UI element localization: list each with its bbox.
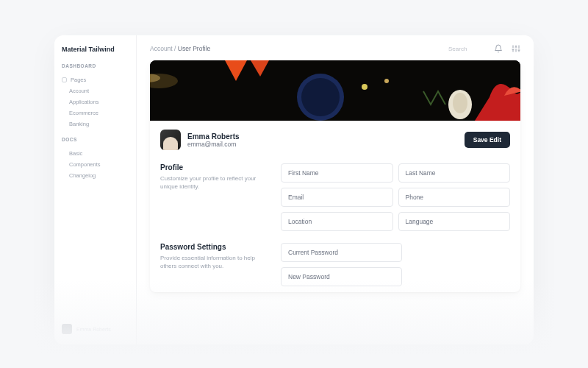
save-button[interactable]: Save Edit xyxy=(465,132,510,148)
avatar xyxy=(160,130,181,150)
sidebar-item-pages[interactable]: Pages xyxy=(62,74,129,85)
avatar xyxy=(62,324,72,334)
sidebar-item-banking[interactable]: Banking xyxy=(62,118,129,130)
sidebar: Material Tailwind DASHBOARD Pages Accoun… xyxy=(54,35,137,344)
svg-point-5 xyxy=(362,84,368,90)
language-field[interactable] xyxy=(398,212,511,231)
section-password: Password Settings Provide essential info… xyxy=(150,237,520,292)
profile-card: Emma Roberts emma@mail.com Save Edit Pro… xyxy=(150,60,520,292)
sidebar-item-label: Applications xyxy=(69,99,98,105)
sidebar-item-label: Account xyxy=(69,88,89,94)
sidebar-item-label: Ecommerce xyxy=(69,110,98,116)
section-title: Password Settings xyxy=(160,243,270,251)
profile-name: Emma Roberts xyxy=(187,132,240,141)
sidebar-item-label: Banking xyxy=(69,121,89,127)
location-field[interactable] xyxy=(281,212,393,231)
sidebar-item-changelog[interactable]: Changelog xyxy=(62,170,129,181)
sidebar-section-docs: DOCS xyxy=(62,137,129,142)
svg-point-6 xyxy=(384,79,389,83)
sidebar-item-label: Basic xyxy=(69,150,82,157)
sidebar-item-label: Components xyxy=(69,161,101,168)
sidebar-item-components[interactable]: Components xyxy=(62,159,129,170)
first-name-field[interactable] xyxy=(281,163,393,183)
new-password-field[interactable] xyxy=(281,267,402,286)
topbar: Account / User Profile xyxy=(137,35,534,60)
svg-point-8 xyxy=(453,93,467,113)
section-desc: Customize your profile to reflect your u… xyxy=(160,174,270,191)
brand-title: Material Tailwind xyxy=(62,46,129,53)
breadcrumb: Account / User Profile xyxy=(150,45,210,52)
content: Emma Roberts emma@mail.com Save Edit Pro… xyxy=(137,60,534,305)
section-desc: Provide essential information to help ot… xyxy=(160,254,270,270)
last-name-field[interactable] xyxy=(398,163,511,183)
breadcrumb-current: User Profile xyxy=(178,45,210,52)
settings-icon[interactable] xyxy=(512,44,520,53)
breadcrumb-sep: / xyxy=(174,45,176,52)
square-icon xyxy=(62,77,67,82)
sidebar-item-applications[interactable]: Applications xyxy=(62,96,129,107)
sidebar-section-dashboard: DASHBOARD xyxy=(62,63,129,68)
profile-identity: Emma Roberts emma@mail.com xyxy=(160,130,240,150)
topbar-actions xyxy=(448,44,520,53)
profile-header: Emma Roberts emma@mail.com Save Edit xyxy=(150,121,520,158)
bell-icon[interactable] xyxy=(494,44,503,53)
email-field[interactable] xyxy=(281,188,393,207)
section-title: Profile xyxy=(160,163,270,171)
main-area: Account / User Profile xyxy=(137,35,534,344)
phone-field[interactable] xyxy=(398,188,511,207)
sidebar-item-label: Changelog xyxy=(69,172,96,179)
sidebar-user[interactable]: Emma Roberts xyxy=(62,324,111,334)
profile-banner xyxy=(150,60,520,121)
svg-point-4 xyxy=(301,78,340,116)
section-profile: Profile Customize your profile to reflec… xyxy=(150,158,520,237)
sidebar-item-account[interactable]: Account xyxy=(62,85,129,96)
sidebar-item-basic[interactable]: Basic xyxy=(62,148,129,159)
sidebar-item-label: Pages xyxy=(71,77,86,83)
search-input[interactable] xyxy=(448,46,485,52)
sidebar-item-ecommerce[interactable]: Ecommerce xyxy=(62,107,129,118)
profile-email: emma@mail.com xyxy=(187,141,240,148)
app-frame: Material Tailwind DASHBOARD Pages Accoun… xyxy=(54,35,534,344)
breadcrumb-parent[interactable]: Account xyxy=(150,45,173,52)
current-password-field[interactable] xyxy=(281,243,402,262)
sidebar-user-name: Emma Roberts xyxy=(76,327,111,332)
